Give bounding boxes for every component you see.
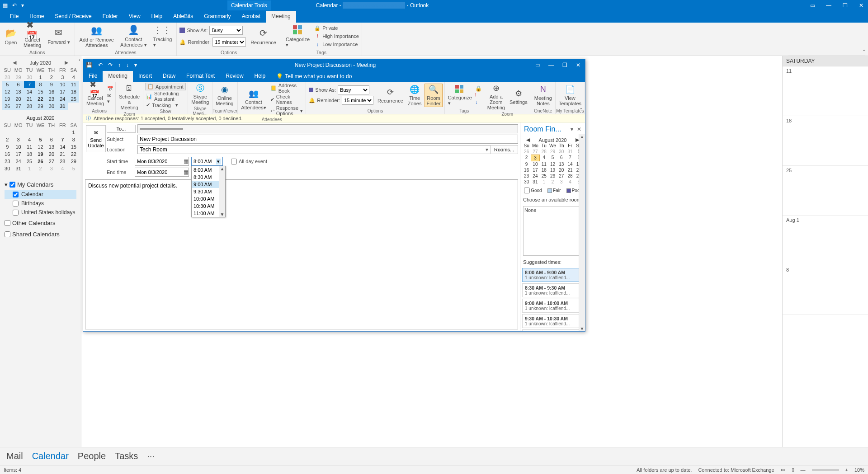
rf-cal-day[interactable]: 3	[531, 155, 539, 161]
rf-cal-day[interactable]: 7	[566, 155, 574, 161]
subject-field[interactable]	[137, 135, 518, 144]
rf-cal-day[interactable]: 17	[531, 167, 539, 173]
calendar-cell[interactable]: Aug 1	[783, 216, 868, 265]
rf-cal-day[interactable]: 2	[548, 179, 557, 185]
mw-meeting-notes-button[interactable]: NMeeting Notes	[533, 84, 553, 107]
cal-day[interactable]: 12	[35, 143, 46, 150]
time-option[interactable]: 10:00 AM	[192, 195, 219, 202]
cal-day[interactable]: 5	[35, 136, 46, 143]
cal-day[interactable]: 28	[57, 158, 68, 165]
time-option[interactable]: 9:00 AM	[192, 181, 219, 188]
collapse-ribbon-icon[interactable]: ⌃	[862, 49, 866, 55]
cal-day[interactable]: 4	[68, 74, 79, 81]
rf-cal-day[interactable]: 30	[557, 149, 566, 155]
rf-cal-day[interactable]: 19	[548, 167, 557, 173]
cal-day[interactable]: 9	[46, 81, 57, 88]
cal-day[interactable]: 7	[57, 136, 68, 143]
rf-cal-day[interactable]: 25	[540, 173, 548, 179]
next-month-icon[interactable]: ▶	[65, 60, 68, 66]
rf-cal-day[interactable]: 13	[557, 161, 566, 167]
rf-cal-day[interactable]: 12	[548, 161, 557, 167]
mw-showas-select[interactable]: Busy	[338, 85, 369, 94]
rf-cal-day[interactable]: 27	[557, 173, 566, 179]
tab-folder[interactable]: Folder	[97, 11, 123, 23]
mw-tab-insert[interactable]: Insert	[133, 71, 157, 82]
cal-day[interactable]: 22	[68, 150, 79, 158]
mw-add-zoom-button[interactable]: ⊕Add a Zoom Meeting	[486, 83, 506, 111]
reminder-row[interactable]: 🔔 Reminder: 15 minutes	[179, 37, 246, 47]
cal-day[interactable]: 11	[68, 81, 79, 88]
cal-day[interactable]: 8	[68, 136, 79, 143]
mw-scheduling-assistant-button[interactable]: 📊Scheduling Assistant	[145, 91, 186, 102]
cal-day[interactable]: 11	[24, 143, 35, 150]
mw-tab-help[interactable]: Help	[249, 71, 271, 82]
qat-customize-icon[interactable]: ▾	[21, 2, 24, 9]
cal-day[interactable]: 31	[13, 165, 24, 172]
rf-cal-day[interactable]: 28	[540, 149, 548, 155]
suggested-time[interactable]: 8:00 AM - 9:00 AM1 unknown: lcaffiend...	[522, 268, 583, 282]
cal-day[interactable]: 10	[13, 143, 24, 150]
location-dropdown-icon[interactable]: ▾	[486, 146, 488, 153]
ribbon-display-icon[interactable]: ▭	[808, 2, 816, 9]
mw-cancel-meeting-button[interactable]: ✖📅Cancel Meeting	[85, 84, 105, 107]
rf-cal-day[interactable]: 28	[566, 173, 574, 179]
mw-maximize-icon[interactable]: ❐	[561, 62, 569, 68]
mw-next-icon[interactable]: ↓	[126, 62, 129, 68]
end-date-field[interactable]	[135, 168, 189, 177]
qat-undo-icon[interactable]: ↶	[12, 2, 17, 9]
mw-undo-icon[interactable]: ↶	[98, 62, 103, 68]
cal-day[interactable]: 29	[68, 158, 79, 165]
rf-scroll-down-icon[interactable]: ▼	[580, 326, 585, 331]
send-update-button[interactable]: ✉ Send Update	[86, 125, 106, 152]
cal-day[interactable]: 2	[2, 136, 13, 143]
mw-room-finder-button[interactable]: 🔍Room Finder	[425, 84, 442, 107]
mw-calendar-icon[interactable]: 📅	[107, 86, 113, 92]
mw-ribbon-display-icon[interactable]: ▭	[533, 62, 542, 68]
cal-day[interactable]: 30	[2, 165, 13, 172]
rf-cal-day[interactable]: 4	[540, 155, 548, 161]
cal-day[interactable]: 16	[2, 150, 13, 158]
rf-room-list[interactable]: None	[523, 206, 582, 256]
cal-day[interactable]: 17	[57, 88, 68, 95]
date-picker-icon[interactable]: ▦	[184, 169, 189, 175]
rf-options-icon[interactable]: ▾	[571, 126, 573, 132]
cal-day[interactable]: 9	[2, 143, 13, 150]
cal-day[interactable]: 3	[57, 74, 68, 81]
cal-day[interactable]: 23	[46, 95, 57, 103]
cal-day[interactable]: 14	[57, 143, 68, 150]
cal-day[interactable]: 23	[2, 158, 13, 165]
suggested-time[interactable]: 9:00 AM - 10:00 AM1 unknown: lcaffiend..…	[522, 299, 583, 313]
rf-cal-day[interactable]: 26	[522, 149, 531, 155]
cal-day[interactable]: 10	[57, 81, 68, 88]
cal-day[interactable]: 26	[35, 158, 46, 165]
time-option[interactable]: 8:30 AM	[192, 174, 219, 181]
cal-day[interactable]: 3	[13, 136, 24, 143]
mw-skype-button[interactable]: ⓈSkype Meeting	[190, 83, 210, 105]
cal-day[interactable]: 16	[46, 88, 57, 95]
view-reading-icon[interactable]: ▯	[792, 467, 794, 473]
rooms-button[interactable]: Rooms...	[490, 145, 518, 154]
cal-day[interactable]: 12	[2, 88, 13, 95]
mw-high-icon[interactable]: !	[475, 92, 482, 99]
zoom-slider[interactable]	[812, 469, 839, 471]
rf-cal-day[interactable]: 2	[522, 155, 531, 161]
calendar-cell[interactable]: 11	[783, 66, 868, 116]
close-icon[interactable]: ✕	[857, 2, 865, 9]
mw-teamviewer-button[interactable]: ◉Online Meeting	[214, 84, 235, 107]
cal-day[interactable]: 29	[35, 103, 46, 110]
meeting-body[interactable]: Discuss new potential project details.	[85, 179, 518, 329]
rf-cal-day[interactable]: 23	[522, 173, 531, 179]
nav-people[interactable]: People	[78, 451, 106, 461]
nav-tasks[interactable]: Tasks	[115, 451, 138, 461]
mw-forward-icon[interactable]: ✉▾	[107, 93, 113, 104]
time-option[interactable]: 10:30 AM	[192, 202, 219, 210]
calendar-item[interactable]: United States holidays	[5, 208, 76, 217]
cal-day[interactable]: 19	[35, 150, 46, 158]
time-option[interactable]: 9:30 AM	[192, 188, 219, 195]
rf-cal-day[interactable]: 31	[531, 179, 539, 185]
cal-day[interactable]: 3	[46, 165, 57, 172]
categorize-button[interactable]: Categorize▾	[284, 23, 311, 49]
cal-day[interactable]: 22	[35, 95, 46, 103]
calendar-item[interactable]: Calendar	[5, 190, 76, 199]
rf-cal-day[interactable]: 27	[531, 149, 539, 155]
